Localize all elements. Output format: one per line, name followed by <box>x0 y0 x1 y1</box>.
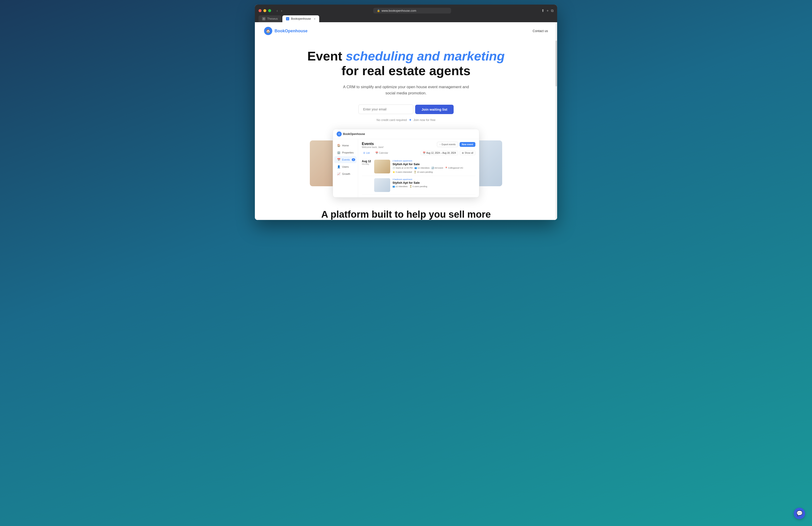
back-arrow[interactable]: ‹ <box>276 8 279 13</box>
list-icon: ☰ <box>363 152 365 154</box>
view-tab-list[interactable]: ☰ List <box>362 151 371 155</box>
event-name-2: Stylish Apt for Sale <box>392 181 475 184</box>
tabs-bar: T Theseus O Bookopenhouse ✕ <box>255 15 557 22</box>
event-pending-1: ⏳ 10 users pending <box>414 171 433 173</box>
sidebar-item-users[interactable]: 👤 Users <box>334 164 357 170</box>
sidebar-home-label: Home <box>342 144 349 147</box>
tabs-overview-icon[interactable]: ⧉ <box>551 9 553 13</box>
address-bar[interactable]: 🔒 www.bookopenhouse.com <box>373 8 451 14</box>
sidebar-item-properties[interactable]: 🏢 Properties <box>334 149 357 156</box>
sidebar-users-label: Users <box>342 166 349 168</box>
app-ui-mock: O BookOpenhouse 🏠 Home 🏢 Properties <box>333 129 479 198</box>
event-time-1: 🕐 Starts at 12:00 PM <box>392 167 412 169</box>
event-meta-2: 👥 22 Attendees ⏳ 5 users pending <box>392 185 475 188</box>
calendar-small-icon: 📅 <box>423 152 425 154</box>
event-day-1: Monday <box>362 163 372 165</box>
browser-chrome: ‹ › 🔒 www.bookopenhouse.com ⬆ + ⧉ T Thes… <box>255 4 557 22</box>
app-logo-text-small: BookOpenhouse <box>343 132 365 136</box>
list-label: List <box>366 152 370 154</box>
hero-subtext: A CRM to simplify and optimize your open… <box>342 84 470 96</box>
event-thumb-1 <box>374 160 390 173</box>
event-date-col-1: Aug 12 Monday <box>362 160 372 173</box>
app-header: O BookOpenhouse <box>333 129 479 139</box>
contact-link[interactable]: Contact us <box>533 29 548 33</box>
new-event-button[interactable]: New event <box>460 142 475 147</box>
tab-theseus-label: Theseus <box>267 17 278 20</box>
date-range-text: Aug 12, 2024 – Aug 18, 2024 <box>426 152 456 154</box>
date-filter: 📅 Aug 12, 2024 – Aug 18, 2024 ⊞ Show all <box>421 151 475 155</box>
growth-sidebar-icon: 📈 <box>337 172 340 175</box>
app-logo-small: O BookOpenhouse <box>337 131 365 137</box>
event-info-2: 3 bedroom apartment Stylish Apt for Sale… <box>392 178 475 192</box>
sidebar-item-events[interactable]: 📅 Events 4 <box>334 156 357 163</box>
address-bar-container: 🔒 www.bookopenhouse.com <box>286 8 539 14</box>
share-icon[interactable]: ⬆ <box>541 9 544 13</box>
hero-cta: Join waiting list <box>264 104 548 114</box>
event-row-2: 3 bedroom apartment Stylish Apt for Sale… <box>362 176 475 195</box>
window-buttons <box>259 9 271 12</box>
forward-arrow[interactable]: › <box>280 8 283 13</box>
sidebar-item-home[interactable]: 🏠 Home <box>334 142 357 149</box>
email-input[interactable] <box>358 104 413 114</box>
export-button[interactable]: ↑ Export events <box>437 142 458 147</box>
site-logo: 🏠 BookOpenhouse <box>264 27 307 35</box>
browser-toolbar: ‹ › 🔒 www.bookopenhouse.com ⬆ + ⧉ <box>255 4 557 15</box>
headline-main: Event <box>307 49 346 63</box>
lock-icon: 🔒 <box>377 9 380 12</box>
app-screenshot-container: O BookOpenhouse 🏠 Home 🏢 Properties <box>255 129 557 202</box>
events-sidebar-icon: 📅 <box>337 158 340 161</box>
scrollbar-thumb <box>555 41 557 86</box>
app-main: Events Welcome back, Jane! ↑ Export even… <box>358 139 479 197</box>
browser-window: ‹ › 🔒 www.bookopenhouse.com ⬆ + ⧉ T Thes… <box>255 4 557 220</box>
tab-bookopenhouse[interactable]: O Bookopenhouse ✕ <box>282 15 319 22</box>
logo-text-accent: Openhouse <box>285 29 307 33</box>
bottom-section: A platform built to help you sell more <box>255 202 557 220</box>
show-all-button[interactable]: ⊞ Show all <box>460 151 475 155</box>
event-occurrence-1: 🔄 3rd event <box>432 167 443 169</box>
logo-text-main: Book <box>275 29 285 33</box>
events-title: Events <box>362 142 383 146</box>
event-attendees-2: 👥 22 Attendees <box>392 185 408 188</box>
headline-italic: scheduling and marketing <box>346 49 505 63</box>
hero-headline: Event scheduling and marketing for real … <box>264 49 548 79</box>
sidebar-properties-label: Properties <box>342 151 353 154</box>
events-title-area: Events Welcome back, Jane! <box>362 142 383 148</box>
disclaimer-left: No credit card required <box>376 118 407 122</box>
maximize-button[interactable] <box>268 9 271 12</box>
browser-nav: ‹ › <box>276 8 283 13</box>
tab-close-icon[interactable]: ✕ <box>314 18 316 20</box>
event-pending-2: ⏳ 5 users pending <box>409 185 427 188</box>
bookopenhouse-favicon: O <box>286 17 289 20</box>
minimize-button[interactable] <box>263 9 266 12</box>
tab-bookopenhouse-label: Bookopenhouse <box>291 17 311 20</box>
calendar-label: Calendar <box>379 152 388 154</box>
sidebar-events-label: Events <box>342 158 350 161</box>
show-all-label: Show all <box>465 152 473 154</box>
tab-theseus[interactable]: T Theseus <box>259 15 281 22</box>
site-nav: 🏠 BookOpenhouse Contact us <box>255 22 557 40</box>
event-date-col-2 <box>362 178 372 192</box>
logo-text: BookOpenhouse <box>275 29 307 33</box>
users-sidebar-icon: 👤 <box>337 165 340 168</box>
sidebar-item-growth[interactable]: 📈 Growth <box>334 170 357 177</box>
disclaimer-right: Join now for free <box>414 118 436 122</box>
event-tag-2: 3 bedroom apartment <box>392 178 475 181</box>
event-location-1: 📍 Collingwood VIC <box>445 167 463 169</box>
event-tag-1: 2 bedroom apartment <box>392 160 475 162</box>
close-button[interactable] <box>259 9 261 12</box>
logo-icon: 🏠 <box>264 27 272 35</box>
url-text: www.bookopenhouse.com <box>381 9 416 12</box>
app-body: 🏠 Home 🏢 Properties 📅 Events 4 <box>333 139 479 197</box>
cta-button[interactable]: Join waiting list <box>415 105 454 114</box>
event-thumb-2 <box>374 178 390 192</box>
new-tab-icon[interactable]: + <box>547 9 549 13</box>
event-attendees-1: 👥 12 Attendees <box>415 167 430 169</box>
hero-section: Event scheduling and marketing for real … <box>255 40 557 129</box>
event-row-1: Aug 12 Monday 2 bedroom apartment Stylis… <box>362 157 475 176</box>
filter-icon: ⊞ <box>462 152 464 154</box>
app-logo-icon-small: O <box>337 131 342 137</box>
event-info-1: 2 bedroom apartment Stylish Apt for Sale… <box>392 160 475 173</box>
view-tab-calendar[interactable]: 📅 Calendar <box>374 151 390 155</box>
browser-actions: ⬆ + ⧉ <box>541 9 553 13</box>
date-range[interactable]: 📅 Aug 12, 2024 – Aug 18, 2024 <box>421 151 458 155</box>
